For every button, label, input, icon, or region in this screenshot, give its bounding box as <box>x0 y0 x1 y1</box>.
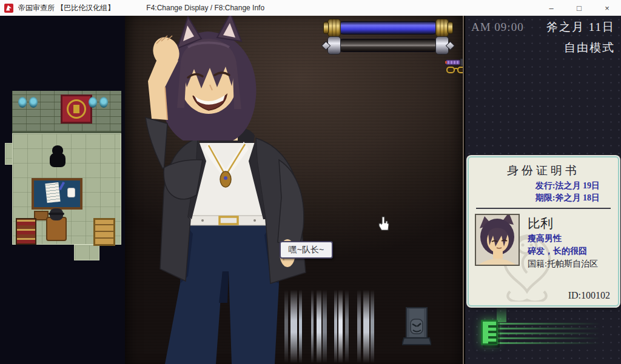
id-card-issued: 发行:法之月 19日 <box>469 180 600 192</box>
gauge-cap <box>327 36 341 55</box>
window-hint: F4:Change Display / F8:Change Info <box>146 4 264 12</box>
gauge-cap <box>327 19 341 37</box>
window-titlebar: 帝国审查所 【巴比伦汉化组】 F4:Change Display / F8:Ch… <box>0 0 621 16</box>
id-card-photo <box>475 214 520 266</box>
minimap-banner <box>61 94 92 124</box>
hud-time: AM 09:00 <box>471 21 524 34</box>
status-panel: AM 09:00 斧之月 11日 自由模式 身份证明书 发行:法之月 19日 期… <box>465 16 621 364</box>
minimap-desk <box>32 178 82 210</box>
id-card-hair: 碎发，长的很囧 <box>528 245 598 257</box>
maximize-button[interactable]: □ <box>565 0 593 16</box>
app-icon <box>4 4 13 13</box>
minimap-door-south <box>74 245 99 260</box>
gauge-gray <box>327 38 449 53</box>
hud-mode: 自由模式 <box>471 40 615 56</box>
window-controls: – □ × <box>537 0 621 16</box>
gauge-blue-bar <box>337 21 440 35</box>
id-card-expires: 期限:斧之月 18日 <box>469 192 600 204</box>
close-button[interactable]: × <box>593 0 621 16</box>
id-card-nationality: 国籍:托帕斯自治区 <box>528 257 598 271</box>
id-card[interactable]: 身份证明书 发行:法之月 19日 期限:斧之月 18日 <box>468 156 619 306</box>
progress-glow <box>497 306 506 322</box>
id-card-dates: 发行:法之月 19日 期限:斧之月 18日 <box>469 180 618 205</box>
minimize-button[interactable]: – <box>537 0 565 16</box>
glasses-icon <box>446 65 464 77</box>
pointing-hand-cursor <box>377 216 391 236</box>
hud-date: 斧之月 11日 <box>546 19 615 35</box>
id-card-name: 比利 <box>528 215 598 232</box>
minimap-panel <box>0 16 125 364</box>
minimap-player-silhouette <box>50 145 65 167</box>
speech-bubble[interactable]: 嘿~队长~ <box>280 241 333 259</box>
window-title: 帝国审查所 【巴比伦汉化组】 <box>18 3 115 13</box>
gauge-blue <box>327 20 449 36</box>
gauge-cap <box>435 19 449 37</box>
id-card-number: ID:100102 <box>568 290 610 301</box>
id-card-title: 身份证明书 <box>469 163 618 179</box>
minimap <box>5 90 121 262</box>
progress-meter <box>475 314 616 349</box>
id-card-divider <box>476 208 611 209</box>
minimap-torch-right <box>89 97 108 109</box>
game-window: 帝国审查所 【巴比伦汉化组】 F4:Change Display / F8:Ch… <box>0 0 621 364</box>
minimap-bookstack <box>16 218 36 245</box>
barcode-light-effect <box>278 290 406 363</box>
hud-clock: AM 09:00 斧之月 11日 自由模式 <box>465 19 621 56</box>
progress-streaks <box>498 321 616 344</box>
minimap-officer-chair <box>45 208 68 242</box>
id-card-build: 瘦高男性 <box>528 232 598 245</box>
gauge-gray-bar <box>337 39 440 52</box>
game-viewport[interactable]: 嘿~队长~ <box>125 16 464 364</box>
gargoyle-statue-icon <box>402 307 431 348</box>
gauge-cap <box>435 36 449 55</box>
game-content: 嘿~队长~ <box>0 16 621 364</box>
progress-block <box>481 320 498 345</box>
minimap-corridor-west <box>5 143 13 165</box>
minimap-torch-left <box>18 97 38 109</box>
minimap-crate <box>93 218 115 246</box>
